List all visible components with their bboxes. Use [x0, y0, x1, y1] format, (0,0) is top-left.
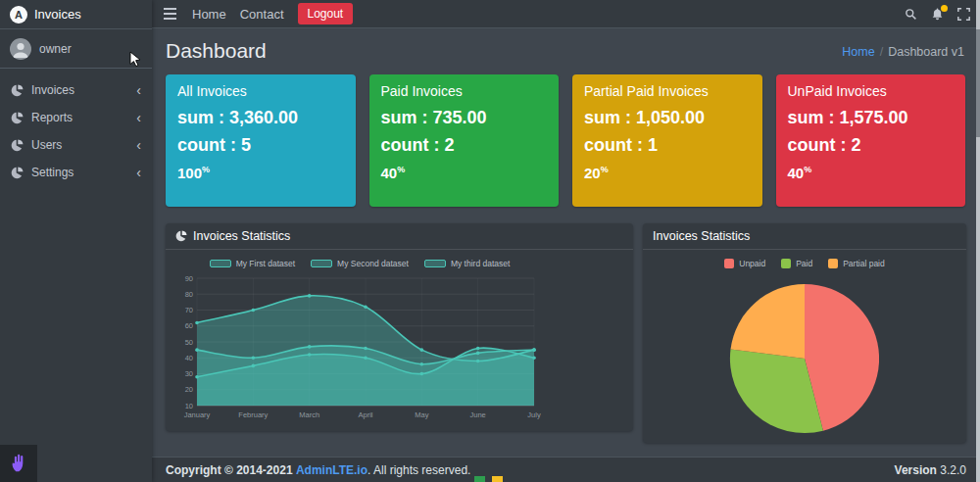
copyright-text: Copyright © 2014-2021	[166, 463, 293, 477]
version-value: 3.2.0	[940, 463, 966, 477]
line-chart-card-header: Invoices Statistics	[166, 223, 633, 250]
brand-link[interactable]: A Invoices	[0, 0, 152, 29]
info-box: Partial Paid Invoices sum : 1,050.00 cou…	[572, 74, 762, 207]
svg-text:May: May	[415, 410, 428, 419]
user-panel: owner	[0, 29, 152, 69]
svg-text:90: 90	[185, 274, 193, 283]
info-box-percent: 20%	[584, 165, 751, 181]
legend-item[interactable]: My third dataset	[424, 259, 510, 268]
info-box-sum: sum : 3,360.00	[177, 108, 344, 128]
taskbar-app-icon[interactable]	[474, 476, 485, 482]
brand-title: Invoices	[34, 7, 81, 22]
nav-link-home[interactable]: Home	[192, 7, 226, 22]
version-label: Version	[895, 463, 937, 477]
sidebar-menu: Invoices ‹ Reports ‹ Users ‹ Settings ‹	[0, 69, 152, 186]
nav-link-contact[interactable]: Contact	[240, 7, 284, 22]
percent-sign: %	[202, 165, 210, 174]
navbar-right-group	[905, 8, 970, 21]
sidebar-item-reports[interactable]: Reports ‹	[0, 104, 152, 131]
pie-chart-card-header: Invoices Statistics	[643, 223, 966, 250]
svg-text:March: March	[299, 410, 319, 419]
svg-text:30: 30	[185, 369, 193, 378]
legend-swatch	[424, 260, 446, 267]
sidebar-item-users[interactable]: Users ‹	[0, 131, 152, 159]
pie-chart-card-body: UnpaidPaidPartial paid	[643, 250, 966, 448]
line-chart-card: Invoices Statistics My First datasetMy S…	[166, 223, 633, 431]
sidebar-item-label: Users	[31, 138, 62, 152]
notification-badge	[941, 5, 948, 12]
hamburger-menu-icon[interactable]	[162, 5, 178, 23]
info-box-count: count : 2	[381, 135, 548, 156]
svg-text:July: July	[527, 410, 541, 419]
legend-item[interactable]: My Second dataset	[311, 259, 409, 268]
legend-item[interactable]: Partial paid	[828, 259, 885, 268]
brand-logo-icon: A	[10, 6, 27, 24]
info-box-count: count : 5	[177, 135, 344, 156]
breadcrumb-separator: /	[880, 45, 883, 59]
legend-item[interactable]: Unpaid	[724, 259, 765, 268]
chart-pie-icon	[11, 84, 24, 97]
percent-sign: %	[397, 165, 405, 174]
svg-text:80: 80	[185, 290, 193, 299]
info-box-percent: 40%	[788, 165, 955, 181]
info-box-sum: sum : 735.00	[381, 108, 548, 128]
chart-pie-icon	[11, 167, 24, 179]
sidebar-item-invoices[interactable]: Invoices ‹	[0, 76, 152, 104]
info-box-percent: 100%	[177, 165, 344, 181]
pie-chart-wrap	[651, 275, 958, 440]
legend-swatch	[210, 260, 231, 267]
scrollbar-track[interactable]	[976, 0, 980, 482]
legend-label: Paid	[796, 259, 812, 268]
legend-swatch	[311, 260, 332, 267]
pie-chart-legend: UnpaidPaidPartial paid	[651, 255, 958, 272]
svg-text:20: 20	[185, 385, 193, 394]
app-window: A Invoices owner Invoices ‹ Reports ‹ Us…	[0, 0, 980, 482]
page-title: Dashboard	[166, 39, 267, 63]
avatar	[10, 38, 31, 60]
scrollbar-thumb[interactable]	[976, 29, 980, 137]
user-name-link[interactable]: owner	[39, 42, 72, 56]
info-box-row: All Invoices sum : 3,360.00 count : 5 10…	[166, 74, 965, 207]
info-box-count: count : 2	[788, 135, 955, 156]
card-title: Invoices Statistics	[193, 229, 290, 243]
info-box: Paid Invoices sum : 735.00 count : 2 40%	[369, 74, 560, 207]
logout-button[interactable]: Logout	[298, 3, 354, 24]
search-icon[interactable]	[905, 8, 917, 21]
chart-pie-icon	[11, 139, 24, 152]
sidebar-item-label: Settings	[31, 166, 74, 179]
info-box-title: Paid Invoices	[381, 83, 548, 99]
footer: Copyright © 2014-2021 AdminLTE.io. All r…	[152, 457, 980, 482]
chart-pie-icon	[175, 230, 187, 242]
legend-item[interactable]: My First dataset	[210, 259, 295, 268]
pie-chart-svg	[722, 275, 887, 440]
info-box-count: count : 1	[584, 135, 751, 156]
sidebar-item-label: Reports	[31, 111, 73, 124]
sidebar-item-label: Invoices	[31, 83, 74, 97]
legend-item[interactable]: Paid	[781, 259, 812, 268]
percent-sign: %	[601, 165, 609, 174]
legend-swatch	[781, 259, 791, 268]
fullscreen-icon[interactable]	[957, 8, 970, 21]
card-title: Invoices Statistics	[653, 229, 750, 243]
info-box-title: Partial Paid Invoices	[584, 83, 751, 99]
line-chart-legend: My First datasetMy Second datasetMy thir…	[173, 255, 546, 272]
line-chart-card-body: My First datasetMy Second datasetMy thir…	[166, 250, 633, 433]
chevron-left-icon: ‹	[136, 140, 141, 150]
legend-swatch	[828, 259, 838, 268]
adminlte-link[interactable]: AdminLTE.io	[296, 463, 368, 477]
bell-icon[interactable]	[931, 8, 944, 21]
taskbar-app-icon[interactable]	[492, 476, 503, 482]
svg-text:April: April	[358, 410, 372, 419]
sidebar: A Invoices owner Invoices ‹ Reports ‹ Us…	[0, 0, 152, 482]
svg-text:June: June	[470, 410, 486, 419]
sidebar-item-settings[interactable]: Settings ‹	[0, 159, 152, 186]
info-box-title: UnPaid Invoices	[788, 83, 955, 99]
rights-text: . All rights reserved.	[368, 463, 470, 477]
breadcrumb-home-link[interactable]: Home	[842, 45, 874, 59]
legend-label: My First dataset	[236, 259, 295, 268]
line-chart-svg: 908070605040302010JanuaryFebruaryMarchAp…	[173, 272, 546, 421]
chevron-left-icon: ‹	[136, 85, 141, 95]
pie-chart-card: Invoices Statistics UnpaidPaidPartial pa…	[643, 223, 966, 443]
legend-label: Partial paid	[843, 259, 885, 268]
extension-hand-icon[interactable]	[0, 445, 37, 482]
